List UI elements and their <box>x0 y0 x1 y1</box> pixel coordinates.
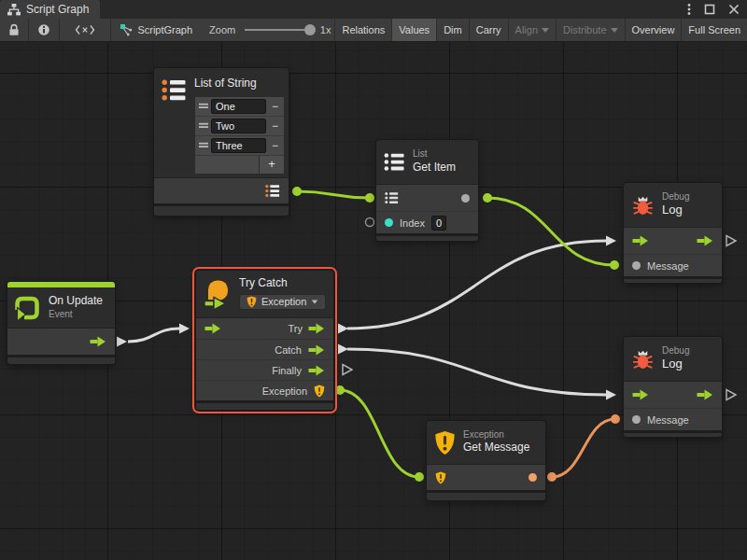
value-port-marker[interactable] <box>547 472 557 482</box>
value-port-marker[interactable] <box>292 187 302 196</box>
tab-script-graph[interactable]: Script Graph <box>0 0 100 19</box>
unconnected-value-port-marker[interactable] <box>366 218 374 227</box>
control-output-port[interactable] <box>697 235 713 246</box>
node-title: Get Message <box>463 441 529 455</box>
chevron-down-icon <box>312 300 317 303</box>
catch-output-port[interactable] <box>308 344 325 356</box>
message-label: Message <box>647 260 689 272</box>
control-port-marker[interactable] <box>606 236 616 246</box>
wire-exception-to-getmessage <box>340 390 419 477</box>
toolbar-button-relations[interactable]: Relations <box>334 19 391 41</box>
code-view-button[interactable] <box>60 19 110 41</box>
list-item-input[interactable]: Two <box>211 119 266 133</box>
lock-button[interactable] <box>0 19 28 41</box>
list-output-port-icon[interactable] <box>265 184 280 198</box>
exception-input-port[interactable] <box>435 471 446 484</box>
list-item-input[interactable]: Three <box>211 138 266 153</box>
tab-label: Script Graph <box>26 3 89 16</box>
try-output-port[interactable] <box>308 323 325 334</box>
zoom-label: Zoom <box>209 24 235 35</box>
list-icon <box>162 78 187 102</box>
debug-control-row <box>624 382 722 408</box>
control-output-port[interactable] <box>90 336 106 347</box>
list-item-input[interactable]: One <box>211 99 266 114</box>
toolbar-button-align[interactable]: Align <box>508 19 556 41</box>
control-port-marker[interactable] <box>338 344 348 355</box>
try-catch-icon <box>204 279 232 310</box>
unconnected-control-port-marker[interactable] <box>343 365 352 375</box>
control-port-marker[interactable] <box>117 337 127 347</box>
chevron-down-icon <box>611 28 618 33</box>
node-title: List of String <box>194 77 285 91</box>
remove-item-button[interactable]: − <box>266 100 284 113</box>
remove-item-button[interactable]: − <box>266 139 284 152</box>
value-port-marker[interactable] <box>365 193 374 203</box>
toolbar-button-overview[interactable]: Overview <box>625 19 682 41</box>
index-value-input[interactable]: 0 <box>431 216 446 231</box>
toolbar-button-dim[interactable]: Dim <box>436 19 469 41</box>
wire-try-to-debuglog-top <box>347 241 606 329</box>
exception-shield-icon <box>434 430 456 455</box>
debug-message-row: Message <box>624 408 722 430</box>
graph-canvas[interactable]: List of String One − <box>0 42 747 560</box>
drag-handle-icon[interactable] <box>195 122 211 129</box>
list-output-port-row <box>154 178 289 203</box>
node-get-item[interactable]: List Get Item Index 0 <box>376 140 478 241</box>
item-output-port[interactable] <box>461 194 470 203</box>
drag-handle-icon[interactable] <box>195 142 211 148</box>
remove-item-button[interactable]: − <box>266 119 284 133</box>
toolbar-button-carry[interactable]: Carry <box>469 19 508 41</box>
finally-output-port[interactable] <box>308 365 325 376</box>
trycatch-exception-row: Exception <box>196 380 333 400</box>
debug-control-row <box>624 228 722 254</box>
add-item-button[interactable]: + <box>259 156 284 174</box>
list-input-port-icon[interactable] <box>385 191 399 204</box>
maximize-icon[interactable] <box>704 4 715 15</box>
control-input-port[interactable] <box>632 389 649 400</box>
exception-output-port[interactable] <box>314 385 325 398</box>
node-kind: Debug <box>662 191 689 203</box>
toolbar-button-full-screen[interactable]: Full Screen <box>681 19 747 41</box>
node-try-catch[interactable]: Try Catch Exception <box>196 271 333 410</box>
port-label-finally: Finally <box>272 365 302 376</box>
value-port-marker[interactable] <box>610 260 619 270</box>
message-input-port[interactable] <box>632 415 641 424</box>
trycatch-enter-try-row: Try <box>196 318 333 339</box>
node-list-of-string[interactable]: List of String One − <box>154 68 289 216</box>
node-get-message[interactable]: Exception Get Message <box>427 421 545 500</box>
dropdown-label: Exception <box>261 296 306 307</box>
close-icon[interactable] <box>728 4 740 15</box>
node-on-update[interactable]: On Update Event <box>7 282 115 364</box>
control-port-marker[interactable] <box>606 390 616 400</box>
unconnected-control-port-marker[interactable] <box>726 236 736 246</box>
message-output-port[interactable] <box>529 473 537 482</box>
message-input-port[interactable] <box>632 261 641 270</box>
value-port-marker[interactable] <box>335 385 345 395</box>
control-input-port[interactable] <box>632 235 649 246</box>
zoom-slider-handle[interactable] <box>304 24 316 35</box>
control-port-marker[interactable] <box>338 324 348 334</box>
control-input-port[interactable] <box>204 323 221 334</box>
node-debug-log-top[interactable]: Debug Log Message <box>624 183 722 283</box>
kebab-menu-icon[interactable] <box>687 3 691 16</box>
on-update-loop-icon <box>13 294 41 322</box>
drag-handle-icon[interactable] <box>195 103 211 109</box>
value-port-marker[interactable] <box>483 193 492 203</box>
node-debug-log-bottom[interactable]: Debug Log Message <box>624 337 722 437</box>
zoom-slider[interactable] <box>245 29 311 31</box>
value-port-marker[interactable] <box>611 414 620 424</box>
toolbar-button-values[interactable]: Values <box>391 19 436 41</box>
exception-type-dropdown[interactable]: Exception <box>239 294 326 310</box>
getmessage-port-row <box>427 465 545 490</box>
zoom-value: 1x <box>320 24 331 35</box>
info-button[interactable] <box>29 19 59 41</box>
control-output-port[interactable] <box>697 389 713 400</box>
port-label-try: Try <box>289 323 303 334</box>
list-add-row: + <box>195 156 284 174</box>
toolbar-button-distribute[interactable]: Distribute <box>556 19 624 41</box>
index-input-port[interactable] <box>385 218 393 227</box>
onupdate-output-row <box>7 329 115 355</box>
control-port-marker[interactable] <box>179 324 190 334</box>
unconnected-control-port-marker[interactable] <box>726 390 736 400</box>
value-port-marker[interactable] <box>415 472 424 482</box>
